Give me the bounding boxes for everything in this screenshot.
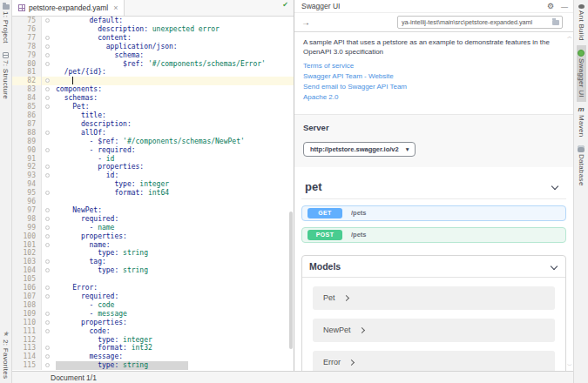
- gutter-key-icon[interactable]: [45, 259, 50, 264]
- editor-lines[interactable]: 75 default:76 description: unexpected er…: [12, 17, 294, 371]
- toolwindow-button-1-project[interactable]: 1: Project: [1, 0, 10, 48]
- editor-line[interactable]: 114 message:: [12, 353, 294, 361]
- editor-line[interactable]: 97 NewPet:: [12, 206, 294, 215]
- editor-line[interactable]: 105: [12, 275, 294, 284]
- gutter-key-icon[interactable]: [45, 165, 50, 169]
- gutter-key-icon[interactable]: [45, 44, 50, 49]
- gutter-key-icon[interactable]: [45, 87, 50, 91]
- gutter-key-icon[interactable]: [45, 329, 50, 333]
- editor-line[interactable]: 87 description:: [12, 120, 294, 129]
- gutter-key-icon[interactable]: [45, 363, 50, 367]
- editor-line[interactable]: 96: [12, 198, 294, 206]
- gutter-key-icon[interactable]: [45, 104, 50, 109]
- gutter-key-icon[interactable]: [45, 294, 50, 299]
- spec-path-input[interactable]: [402, 17, 550, 28]
- gutter-key-icon[interactable]: [45, 18, 50, 23]
- gutter-key-icon[interactable]: [45, 346, 50, 350]
- editor-line[interactable]: 80 $ref: '#/components/schemas/Error': [12, 60, 294, 69]
- gutter-key-icon[interactable]: [45, 217, 50, 221]
- gutter-key-icon[interactable]: [45, 243, 50, 247]
- gutter-key-icon[interactable]: [45, 268, 50, 272]
- editor-line[interactable]: 106 Error:: [12, 284, 294, 292]
- editor-line[interactable]: 101 name:: [12, 241, 294, 250]
- editor-line[interactable]: 83components:: [12, 85, 294, 94]
- scroll-down-icon[interactable]: ﹀: [567, 362, 572, 370]
- gear-icon[interactable]: ⚙: [547, 2, 554, 10]
- editor-line[interactable]: 89 - $ref: '#/components/schemas/NewPet': [12, 138, 294, 146]
- toolwindow-button-7-structure[interactable]: 7: Structure: [1, 48, 10, 104]
- folder-icon[interactable]: [552, 20, 559, 25]
- gutter-key-icon[interactable]: [45, 320, 50, 325]
- editor-line[interactable]: 100 properties:: [12, 232, 294, 241]
- tab-petstore-expanded-yaml[interactable]: petstore-expanded.yaml ×: [12, 0, 125, 16]
- chevron-down-icon[interactable]: [551, 183, 558, 190]
- editor-line[interactable]: 109 - message: [12, 310, 294, 319]
- editor-scrollbar-thumb[interactable]: [289, 212, 293, 349]
- editor-line[interactable]: 115 type: string: [12, 361, 294, 370]
- model-newpet[interactable]: NewPet: [313, 319, 555, 342]
- editor-line[interactable]: 113 format: int32: [12, 344, 294, 353]
- editor-line[interactable]: 108 - code: [12, 301, 294, 310]
- gutter-key-icon[interactable]: [45, 354, 50, 359]
- inspection-ok-icon[interactable]: ✔: [282, 1, 288, 9]
- gutter-key-icon[interactable]: [45, 208, 50, 212]
- editor-line[interactable]: 111 code:: [12, 327, 294, 336]
- arrow-right-icon[interactable]: →: [301, 17, 310, 27]
- gutter-key-icon[interactable]: [45, 53, 50, 57]
- link-swagger-api-team-website[interactable]: Swagger API Team - Website: [303, 72, 564, 81]
- gutter-key-icon[interactable]: [45, 173, 50, 178]
- gutter-key-icon[interactable]: [45, 62, 50, 66]
- editor-line[interactable]: 98 required:: [12, 215, 294, 224]
- operation-post[interactable]: POST/pets: [301, 227, 566, 243]
- gutter-key-icon[interactable]: [45, 36, 50, 40]
- editor-line[interactable]: 90 - required:: [12, 146, 294, 155]
- toolwindow-button-maven[interactable]: mMaven: [577, 102, 586, 142]
- gutter-key-icon[interactable]: [45, 312, 50, 316]
- editor-line[interactable]: 92 properties:: [12, 163, 294, 171]
- gutter-key-icon[interactable]: [45, 191, 50, 195]
- tag-header[interactable]: pet: [301, 178, 566, 199]
- gutter-key-icon[interactable]: [45, 78, 50, 83]
- link-terms-of-service[interactable]: Terms of service: [303, 62, 564, 71]
- scroll-up-icon[interactable]: ︿: [567, 33, 572, 41]
- gutter-key-icon[interactable]: [45, 225, 50, 230]
- server-select[interactable]: http://petstore.swagger.io/v2 ▾: [303, 142, 416, 157]
- gutter-key-icon[interactable]: [45, 96, 50, 100]
- chevron-down-icon[interactable]: [551, 262, 558, 269]
- gutter-key-icon[interactable]: [45, 148, 50, 152]
- models-header[interactable]: Models: [302, 256, 565, 278]
- editor-line[interactable]: 104 type: string: [12, 266, 294, 275]
- editor-line[interactable]: 86 title:: [12, 111, 294, 120]
- editor-line[interactable]: 110 properties:: [12, 319, 294, 327]
- editor-line[interactable]: 91 - id: [12, 155, 294, 164]
- editor-line[interactable]: 95 format: int64: [12, 189, 294, 198]
- editor-line[interactable]: 82: [12, 77, 294, 85]
- link-apache-2-0[interactable]: Apache 2.0: [303, 93, 564, 102]
- gutter-key-icon[interactable]: [45, 234, 50, 239]
- editor-line[interactable]: 81 /pet/{id}:: [12, 68, 294, 77]
- editor-line[interactable]: 99 - name: [12, 224, 294, 232]
- editor-line[interactable]: 107 required:: [12, 292, 294, 301]
- link-send-email-to-swagger-api-team[interactable]: Send email to Swagger API Team: [303, 83, 564, 91]
- editor-line[interactable]: 88 allOf:: [12, 129, 294, 138]
- minimize-icon[interactable]: —: [561, 3, 568, 10]
- editor-line[interactable]: 84 schemas:: [12, 94, 294, 103]
- editor-line[interactable]: 85 Pet:: [12, 103, 294, 111]
- gutter-key-icon[interactable]: [45, 286, 50, 290]
- editor-line[interactable]: 76 description: unexpected error: [12, 25, 294, 34]
- model-pet[interactable]: Pet: [313, 286, 555, 310]
- tab-close-icon[interactable]: ×: [113, 3, 118, 12]
- editor-line[interactable]: 112 type: integer: [12, 336, 294, 345]
- editor-line[interactable]: 78 application/json:: [12, 43, 294, 51]
- editor-line[interactable]: 79 schema:: [12, 51, 294, 60]
- operation-get[interactable]: GET/pets: [301, 205, 566, 221]
- model-error[interactable]: Error: [313, 351, 555, 372]
- editor-line[interactable]: 102 type: string: [12, 249, 294, 258]
- editor-line[interactable]: 77 content:: [12, 34, 294, 43]
- editor-line[interactable]: 75 default:: [12, 17, 294, 25]
- editor-line[interactable]: 93 id:: [12, 171, 294, 180]
- toolwindow-button-swagger-ui[interactable]: Swagger UI: [577, 45, 586, 102]
- toolwindow-button-database[interactable]: Database: [577, 141, 586, 191]
- toolwindow-button-ant-build[interactable]: Ant Build: [577, 0, 586, 45]
- editor-line[interactable]: 103 tag:: [12, 258, 294, 266]
